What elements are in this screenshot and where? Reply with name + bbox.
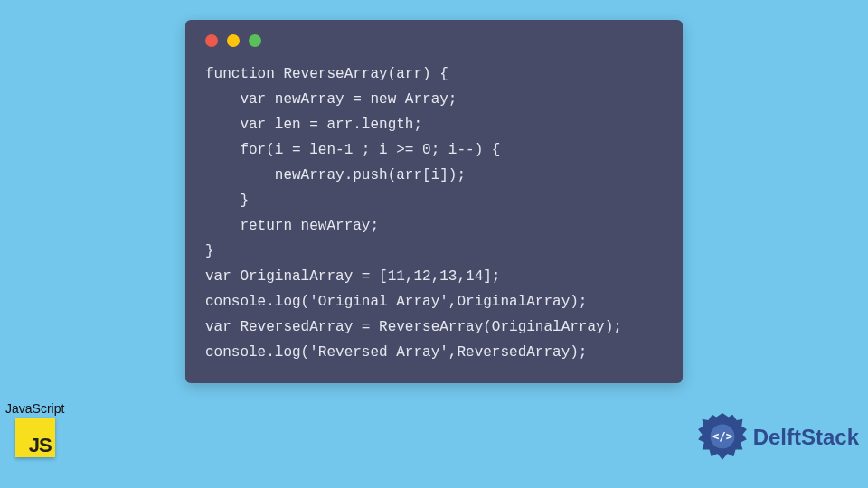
code-line: } <box>205 192 249 209</box>
delftstack-logo-icon: </> <box>697 412 748 463</box>
close-icon <box>205 34 218 47</box>
code-block: function ReverseArray(arr) { var newArra… <box>205 61 663 365</box>
code-line: function ReverseArray(arr) { <box>205 66 448 82</box>
code-line: var ReversedArray = ReverseArray(Origina… <box>205 319 622 335</box>
code-line: console.log('Reversed Array',ReversedArr… <box>205 344 587 361</box>
code-line: newArray.push(arr[i]); <box>205 167 466 183</box>
code-line: return newArray; <box>205 218 379 234</box>
delftstack-name: DelftStack <box>753 425 859 450</box>
code-line: var len = arr.length; <box>205 117 422 133</box>
javascript-badge: JavaScript JS <box>5 401 64 457</box>
code-line: console.log('Original Array',OriginalArr… <box>205 294 587 310</box>
svg-text:</>: </> <box>712 430 732 443</box>
javascript-logo-icon: JS <box>15 418 55 457</box>
javascript-logo-text: JS <box>29 434 55 457</box>
window-controls <box>205 34 663 47</box>
code-line: } <box>205 243 214 259</box>
delftstack-brand: </> DelftStack <box>697 412 859 463</box>
zoom-icon <box>249 34 261 47</box>
code-line: for(i = len-1 ; i >= 0; i--) { <box>205 142 500 158</box>
minimize-icon <box>227 34 240 47</box>
code-line: var newArray = new Array; <box>205 91 457 108</box>
code-window: function ReverseArray(arr) { var newArra… <box>185 20 683 383</box>
javascript-label: JavaScript <box>5 401 64 416</box>
code-line: var OriginalArray = [11,12,13,14]; <box>205 268 500 285</box>
